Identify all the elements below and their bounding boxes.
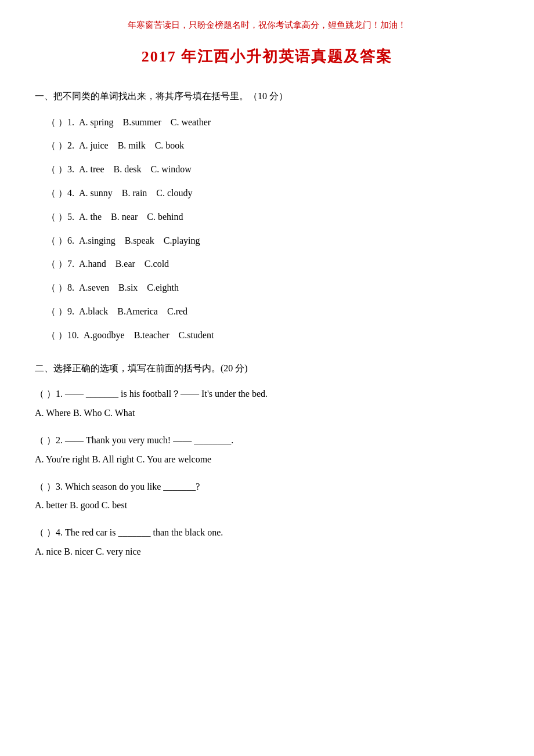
q1-8-a: A.seven bbox=[79, 283, 109, 292]
q2-2-num: （ ）2. bbox=[35, 435, 63, 445]
section1-question-4: （ ）4. A. sunny B. rain C. cloudy bbox=[35, 185, 499, 202]
q1-2-b: B. milk bbox=[118, 140, 146, 150]
q1-10-num: （ ）10. bbox=[46, 330, 79, 340]
q2-4-options: A. nice B. nicer C. very nice bbox=[35, 544, 499, 560]
q1-7-line: （ ）7. A.hand B.ear C.cold bbox=[46, 256, 499, 273]
q1-5-line: （ ）5. A. the B. near C. behind bbox=[46, 209, 499, 226]
q1-5-c: C. behind bbox=[147, 212, 183, 222]
q1-4-c: C. cloudy bbox=[156, 188, 192, 198]
q1-7-c: C.cold bbox=[145, 259, 169, 269]
q2-3-options: A. better B. good C. best bbox=[35, 497, 499, 514]
q2-3-num: （ ）3. bbox=[35, 482, 63, 491]
q1-2-num: （ ）2. bbox=[46, 140, 74, 150]
top-banner: 年寒窗苦读日，只盼金榜题名时，祝你考试拿高分，鲤鱼跳龙门！加油！ bbox=[35, 17, 499, 33]
section2-heading: 二、选择正确的选项，填写在前面的括号内。(20 分) bbox=[35, 360, 499, 377]
section2-question-3: （ ）3. Which season do you like _______? … bbox=[35, 479, 499, 515]
q2-4-text: （ ）4. The red car is _______ than the bl… bbox=[35, 525, 499, 541]
q1-3-b: B. desk bbox=[114, 164, 142, 174]
main-title: 2017 年江西小升初英语真题及答案 bbox=[35, 44, 499, 71]
q1-4-num: （ ）4. bbox=[46, 188, 74, 198]
section1-questions: （ ）1. A. spring B.summer C. weather （ ）2… bbox=[35, 114, 499, 344]
q1-1-line: （ ）1. A. spring B.summer C. weather bbox=[46, 114, 499, 131]
q1-5-a: A. the bbox=[79, 212, 102, 222]
q1-2-c: C. book bbox=[155, 140, 185, 150]
q1-1-num: （ ）1. bbox=[46, 117, 74, 127]
q1-1-a: A. spring bbox=[79, 117, 114, 127]
q1-9-line: （ ）9. A.black B.America C.red bbox=[46, 303, 499, 320]
q1-2-line: （ ）2. A. juice B. milk C. book bbox=[46, 138, 499, 154]
section1-question-3: （ ）3. A. tree B. desk C. window bbox=[35, 161, 499, 178]
q2-2-text: （ ）2. —— Thank you very much! —— _______… bbox=[35, 432, 499, 449]
q1-10-line: （ ）10. A.goodbye B.teacher C.student bbox=[46, 327, 499, 344]
q2-1-options: A. Where B. Who C. What bbox=[35, 405, 499, 422]
q1-4-a: A. sunny bbox=[79, 188, 113, 198]
q1-4-b: B. rain bbox=[122, 188, 147, 198]
section1-question-2: （ ）2. A. juice B. milk C. book bbox=[35, 138, 499, 154]
q1-9-a: A.black bbox=[79, 306, 108, 316]
q1-6-b: B.speak bbox=[125, 236, 154, 245]
section1-question-10: （ ）10. A.goodbye B.teacher C.student bbox=[35, 327, 499, 344]
q1-7-a: A.hand bbox=[79, 259, 106, 269]
section2-question-1: （ ）1. —— _______ is his football？—— It's… bbox=[35, 386, 499, 422]
q1-5-b: B. near bbox=[111, 212, 138, 222]
q1-7-b: B.ear bbox=[116, 259, 135, 269]
q1-6-line: （ ）6. A.singing B.speak C.playing bbox=[46, 233, 499, 249]
q2-1-text: （ ）1. —— _______ is his football？—— It's… bbox=[35, 386, 499, 403]
q1-3-num: （ ）3. bbox=[46, 164, 74, 174]
q1-9-num: （ ）9. bbox=[46, 306, 74, 316]
q1-8-c: C.eighth bbox=[147, 283, 179, 292]
q1-10-a: A.goodbye bbox=[84, 330, 125, 340]
q1-5-num: （ ）5. bbox=[46, 212, 74, 222]
q1-8-b: B.six bbox=[118, 283, 138, 292]
q2-2-options: A. You're right B. All right C. You are … bbox=[35, 451, 499, 468]
section1-question-5: （ ）5. A. the B. near C. behind bbox=[35, 209, 499, 226]
section1-question-9: （ ）9. A.black B.America C.red bbox=[35, 303, 499, 320]
q1-6-num: （ ）6. bbox=[46, 236, 74, 245]
q1-9-c: C.red bbox=[167, 306, 187, 316]
q2-3-text: （ ）3. Which season do you like _______? bbox=[35, 479, 499, 495]
q1-3-a: A. tree bbox=[79, 164, 104, 174]
section1-question-6: （ ）6. A.singing B.speak C.playing bbox=[35, 233, 499, 249]
q1-2-a: A. juice bbox=[79, 140, 109, 150]
section1-question-8: （ ）8. A.seven B.six C.eighth bbox=[35, 280, 499, 296]
q1-8-line: （ ）8. A.seven B.six C.eighth bbox=[46, 280, 499, 296]
section2-question-2: （ ）2. —— Thank you very much! —— _______… bbox=[35, 432, 499, 468]
q1-3-line: （ ）3. A. tree B. desk C. window bbox=[46, 161, 499, 178]
section2-questions: （ ）1. —— _______ is his football？—— It's… bbox=[35, 386, 499, 560]
q1-7-num: （ ）7. bbox=[46, 259, 74, 269]
q1-4-line: （ ）4. A. sunny B. rain C. cloudy bbox=[46, 185, 499, 202]
q1-3-c: C. window bbox=[151, 164, 192, 174]
q1-10-c: C.student bbox=[179, 330, 214, 340]
section1-question-1: （ ）1. A. spring B.summer C. weather bbox=[35, 114, 499, 131]
q1-1-b: B.summer bbox=[123, 117, 161, 127]
section2-question-4: （ ）4. The red car is _______ than the bl… bbox=[35, 525, 499, 560]
q1-1-c: C. weather bbox=[171, 117, 211, 127]
q1-10-b: B.teacher bbox=[134, 330, 169, 340]
q1-9-b: B.America bbox=[117, 306, 158, 316]
section1-heading: 一、把不同类的单词找出来，将其序号填在括号里。（10 分） bbox=[35, 88, 499, 105]
q1-6-c: C.playing bbox=[164, 236, 200, 245]
q2-1-num: （ ）1. bbox=[35, 389, 63, 399]
q1-6-a: A.singing bbox=[79, 236, 116, 245]
section1-question-7: （ ）7. A.hand B.ear C.cold bbox=[35, 256, 499, 273]
q2-4-num: （ ）4. bbox=[35, 527, 63, 537]
q1-8-num: （ ）8. bbox=[46, 283, 74, 292]
